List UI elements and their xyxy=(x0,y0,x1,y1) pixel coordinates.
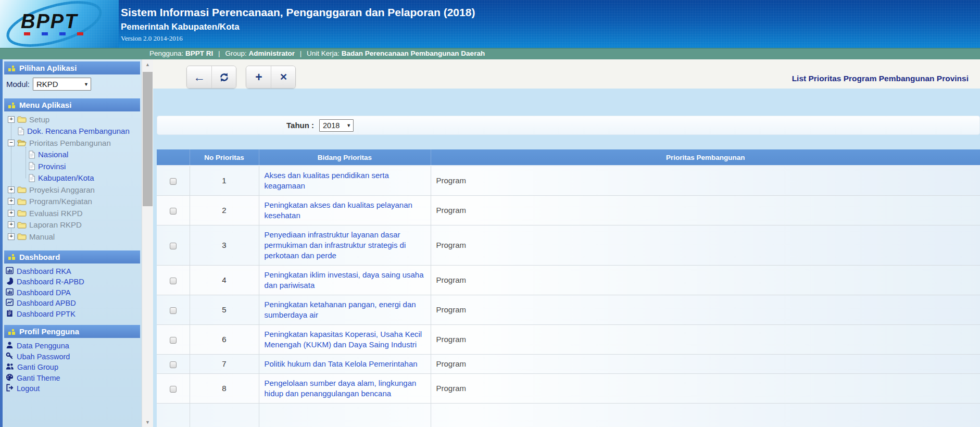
line-chart-icon xyxy=(6,298,14,308)
tree-item-dok-rencana-pembangunan[interactable]: Dok. Rencana Pembangunan xyxy=(3,125,142,137)
sidebar-link-dashboard-pptk[interactable]: Dashboard PPTK xyxy=(6,309,139,320)
tree-item-label[interactable]: Provinsi xyxy=(38,162,66,171)
expand-plus-icon[interactable]: + xyxy=(8,221,15,228)
row-no-prioritas: 1 xyxy=(190,166,259,196)
tree-item-label: Program/Kegiatan xyxy=(29,197,92,206)
table-row: 2Peningkatan akses dan kualitas pelayana… xyxy=(157,196,980,225)
bidang-prioritas-link[interactable]: Akses dan kualitas pendidikan serta keag… xyxy=(265,171,389,190)
expand-plus-icon[interactable]: + xyxy=(8,210,15,217)
row-checkbox[interactable] xyxy=(170,361,177,368)
sidebar-scrollbar[interactable]: ▲ ▼ xyxy=(142,59,153,427)
collapse-minus-icon[interactable]: − xyxy=(8,140,15,146)
tree-item-provinsi[interactable]: Provinsi xyxy=(3,160,142,172)
row-checkbox[interactable] xyxy=(170,208,177,215)
row-prioritas-pembangunan: Program xyxy=(431,166,980,196)
page: { "header": { "logo_text": "BPPT", "titl… xyxy=(0,0,980,427)
squares-icon xyxy=(8,329,15,335)
row-checkbox[interactable] xyxy=(170,178,177,185)
section-header-menu-aplikasi: Menu Aplikasi xyxy=(4,98,140,111)
sidebar-link-label: Ubah Password xyxy=(17,353,70,361)
menu-tree: +SetupDok. Rencana Pembangunan−Prioritas… xyxy=(3,111,142,247)
expand-plus-icon[interactable]: + xyxy=(8,198,15,205)
tree-item-program-kegiatan[interactable]: +Program/Kegiatan xyxy=(3,196,142,208)
tree-item-evaluasi-rkpd[interactable]: +Evaluasi RKPD xyxy=(3,207,142,219)
back-button[interactable]: ← xyxy=(187,66,211,88)
tree-item-prioritas-pembangunan[interactable]: −Prioritas Pembangunan xyxy=(3,137,142,149)
scroll-up-button[interactable]: ▲ xyxy=(142,59,153,70)
pengguna-label: Pengguna: xyxy=(149,49,183,57)
bidang-prioritas-link[interactable]: Penyediaan infrastruktur layanan dasar p… xyxy=(265,230,406,260)
row-bidang-prioritas: Akses dan kualitas pendidikan serta keag… xyxy=(259,166,431,196)
tree-item-label[interactable]: Nasional xyxy=(38,150,68,159)
section-header-dashboard: Dashboard xyxy=(4,250,140,263)
sidebar-link-logout[interactable]: Logout xyxy=(6,383,139,394)
bidang-prioritas-link[interactable]: Peningkatan ketahanan pangan, energi dan… xyxy=(265,300,416,319)
tree-item-laporan-rkpd[interactable]: +Laporan RKPD xyxy=(3,219,142,231)
logo-marks xyxy=(24,32,83,35)
bidang-prioritas-link[interactable]: Peningkatan akses dan kualitas pelayanan… xyxy=(265,200,412,220)
tree-item-proyeksi-anggaran[interactable]: +Proyeksi Anggaran xyxy=(3,184,142,196)
bidang-prioritas-link[interactable]: Peningkatan kapasitas Koperasi, Usaha Ke… xyxy=(265,330,422,349)
tree-item-label: Setup xyxy=(29,115,49,124)
sidebar-link-dashboard-dpa[interactable]: Dashboard DPA xyxy=(6,287,139,298)
row-checkbox-cell xyxy=(157,295,190,325)
tree-item-manual[interactable]: +Manual xyxy=(3,231,142,243)
tree-item-kabupaten-kota[interactable]: Kabupaten/Kota xyxy=(3,172,142,184)
row-bidang-prioritas: Peningkatan iklim investasi, daya saing … xyxy=(259,266,431,295)
app-version: Version 2.0 2014-2016 xyxy=(121,34,475,43)
pengguna-value: BPPT RI xyxy=(185,49,213,57)
row-no-prioritas: 2 xyxy=(190,196,259,225)
row-checkbox[interactable] xyxy=(170,337,177,344)
sidebar-link-data-pengguna[interactable]: Data Pengguna xyxy=(6,341,139,351)
row-checkbox[interactable] xyxy=(170,243,177,249)
row-prioritas-pembangunan: Program xyxy=(431,225,980,266)
table-row: 8Pengelolaan sumber daya alam, lingkunga… xyxy=(157,374,980,404)
back-arrow-icon: ← xyxy=(193,71,205,83)
sidebar-link-label: Ganti Theme xyxy=(17,374,60,382)
tahun-select[interactable]: 2018 xyxy=(319,119,354,132)
sidebar-link-ubah-password[interactable]: Ubah Password xyxy=(6,351,139,362)
tree-item-label: Laporan RKPD xyxy=(29,220,82,229)
sidebar-link-dashboard-apbd[interactable]: Dashboard APBD xyxy=(6,298,139,309)
sidebar-link-dashboard-rka[interactable]: Dashboard RKA xyxy=(6,266,139,277)
tree-item-label[interactable]: Kabupaten/Kota xyxy=(38,173,94,182)
expand-plus-icon[interactable]: + xyxy=(8,186,15,193)
section-title: Pilihan Aplikasi xyxy=(19,64,77,72)
group-value: Administrator xyxy=(248,49,295,57)
modul-select[interactable]: RKPD xyxy=(33,78,91,91)
close-button[interactable]: ✕ xyxy=(271,66,295,88)
row-checkbox[interactable] xyxy=(170,386,177,393)
tahun-select-wrap: 2018 ▼ xyxy=(319,119,354,132)
bidang-prioritas-link[interactable]: Politik hukum dan Tata Kelola Pemerintah… xyxy=(265,359,418,368)
scrollbar-thumb[interactable] xyxy=(143,72,153,206)
bidang-prioritas-link[interactable]: Pengelolaan sumber daya alam, lingkungan… xyxy=(265,379,417,398)
tree-item-label[interactable]: Dok. Rencana Pembangunan xyxy=(27,127,130,135)
modul-label: Modul: xyxy=(6,80,30,89)
sidebar-link-dashboard-r-apbd[interactable]: Dashboard R-APBD xyxy=(6,277,139,287)
col-header-no-prioritas: No Prioritas xyxy=(190,149,259,166)
app-subtitle: Pemerintah Kabupaten/Kota xyxy=(121,22,475,32)
nav-button-group: ← xyxy=(186,66,236,89)
row-prioritas-pembangunan: Program xyxy=(431,295,980,325)
add-button[interactable]: + xyxy=(246,66,271,88)
refresh-button[interactable] xyxy=(211,66,236,88)
table-row: 4Peningkatan iklim investasi, daya saing… xyxy=(157,266,980,295)
expand-plus-icon[interactable]: + xyxy=(8,233,15,240)
row-bidang-prioritas: Politik hukum dan Tata Kelola Pemerintah… xyxy=(259,355,431,374)
row-checkbox[interactable] xyxy=(170,278,177,284)
row-no-prioritas: 6 xyxy=(190,325,259,355)
document-icon xyxy=(28,150,35,159)
row-checkbox-cell xyxy=(157,374,190,404)
sidebar-link-ganti-theme[interactable]: Ganti Theme xyxy=(6,373,139,384)
row-checkbox[interactable] xyxy=(170,307,177,314)
sidebar-link-ganti-group[interactable]: Ganti Group xyxy=(6,362,139,373)
sidebar-link-label: Dashboard PPTK xyxy=(17,310,76,318)
expand-plus-icon[interactable]: + xyxy=(8,116,15,123)
tree-item-setup[interactable]: +Setup xyxy=(3,114,142,125)
dashboard-links: Dashboard RKADashboard R-APBDDashboard D… xyxy=(3,263,142,322)
empty-cell xyxy=(431,404,980,427)
bidang-prioritas-link[interactable]: Peningkatan iklim investasi, daya saing … xyxy=(265,270,424,290)
scroll-down-button[interactable]: ▼ xyxy=(142,417,153,427)
tree-item-nasional[interactable]: Nasional xyxy=(3,149,142,161)
prioritas-table: No Prioritas Bidang Prioritas Prioritas … xyxy=(157,149,980,427)
